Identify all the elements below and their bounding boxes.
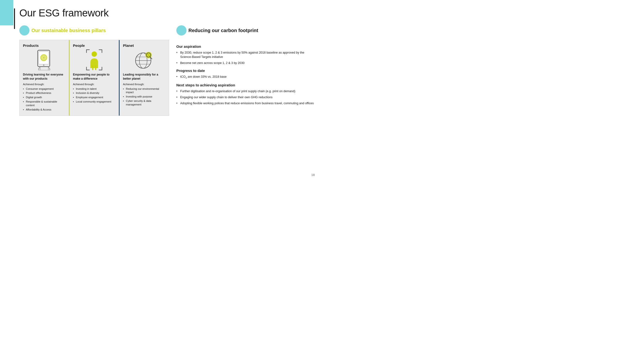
list-item: Local community engagement xyxy=(73,100,116,103)
next-step-2: Engaging our wider supply chain to deliv… xyxy=(176,95,316,99)
pillar-products-list: Consumer engagement Product effectivenes… xyxy=(23,87,66,111)
pillar-products-title: Products xyxy=(23,43,66,47)
person-scan-icon xyxy=(86,49,102,70)
progress-list: tCO2 are down 33% vs. 2018 base xyxy=(176,74,316,80)
top-left-decoration xyxy=(0,0,13,25)
pillar-planet: Planet Leading responsibly for a xyxy=(120,40,169,116)
list-item: Digital growth xyxy=(23,96,66,99)
pillar-planet-icon xyxy=(123,49,166,71)
pillar-people: People xyxy=(70,40,120,116)
page-title: Our ESG framework xyxy=(19,7,109,19)
pillar-people-subtitle: Empowering our people to make a differen… xyxy=(73,73,116,81)
list-item: Product effectiveness xyxy=(23,91,66,95)
globe-icon xyxy=(134,50,154,70)
aspiration-item-2: Become net zero across scope 1, 2 & 3 by… xyxy=(176,61,316,65)
right-section-header: Reducing our carbon footprint xyxy=(176,25,316,35)
top-left-bar xyxy=(14,8,15,29)
svg-point-2 xyxy=(43,64,44,66)
left-section-header: Our sustainable business pillars xyxy=(19,25,169,35)
pillar-people-list: Investing in talent Inclusion & diversit… xyxy=(73,87,116,103)
pillar-people-title: People xyxy=(73,43,116,47)
next-steps-heading: Next steps to achieving aspiration xyxy=(176,83,316,87)
list-item: Affordability & Access xyxy=(23,108,66,111)
pillar-people-achieved: Achieved through: xyxy=(73,83,116,86)
progress-item-1: tCO2 are down 33% vs. 2018 base xyxy=(176,74,316,80)
pillar-planet-title: Planet xyxy=(123,43,166,47)
svg-point-17 xyxy=(92,51,97,57)
list-item: Investing with purpose xyxy=(123,95,166,98)
pillar-products-achieved: Achieved through: xyxy=(23,83,66,86)
next-step-3: Adopting flexible working polices that r… xyxy=(176,101,316,105)
pillar-products-subtitle: Driving learning for everyone with our p… xyxy=(23,73,66,81)
progress-heading: Progress to date xyxy=(176,68,316,73)
next-step-1: Further digitisation and re-organisation… xyxy=(176,89,316,93)
left-section-title: Our sustainable business pillars xyxy=(27,28,106,33)
list-item: Employee engagement xyxy=(73,96,116,99)
pillar-planet-achieved: Achieved through: xyxy=(123,83,166,86)
page-number: 18 xyxy=(311,173,315,177)
pillar-products: Products xyxy=(20,40,70,116)
right-section-title: Reducing our carbon footprint xyxy=(184,28,258,33)
aspiration-heading: Our aspiration xyxy=(176,44,316,48)
pillar-products-icon xyxy=(23,49,66,71)
list-item: Investing in talent xyxy=(73,87,116,91)
pillar-people-icon xyxy=(73,49,116,71)
aspiration-item-1: By 2030, reduce scope 1, 2 & 3 emissions… xyxy=(176,50,316,59)
next-steps-list: Further digitisation and re-organisation… xyxy=(176,89,316,105)
left-section: Our sustainable business pillars Product… xyxy=(19,25,169,116)
list-item: Responsible & sustainable content xyxy=(23,100,66,107)
list-item: Cyber security & data management xyxy=(123,99,166,106)
right-section: Reducing our carbon footprint Our aspira… xyxy=(176,25,316,107)
pillars-grid: Products xyxy=(19,40,169,116)
aspiration-list: By 2030, reduce scope 1, 2 & 3 emissions… xyxy=(176,50,316,65)
tablet-fingerprint-icon xyxy=(36,50,53,70)
list-item: Reducing our environmental impact xyxy=(123,87,166,94)
carbon-content: Our aspiration By 2030, reduce scope 1, … xyxy=(176,40,316,105)
list-item: Consumer engagement xyxy=(23,87,66,91)
pillar-planet-subtitle: Leading responsibly for a better planet xyxy=(123,73,166,81)
pillar-planet-list: Reducing our environmental impact Invest… xyxy=(123,87,166,106)
list-item: Inclusion & diversity xyxy=(73,91,116,95)
